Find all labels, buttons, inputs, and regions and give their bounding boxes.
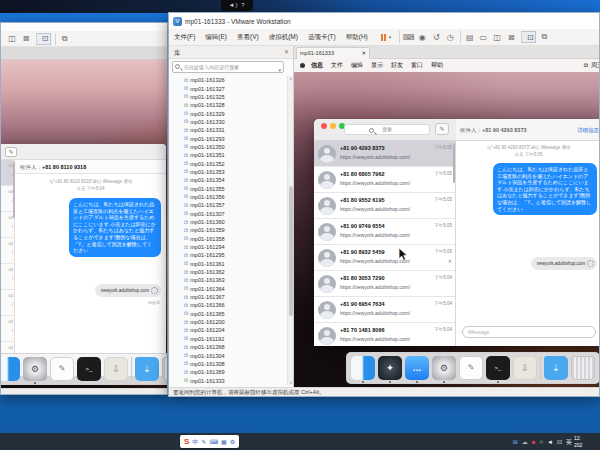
menu-item[interactable]: 帮助(H): [341, 29, 373, 45]
menu-item[interactable]: 编辑(E): [200, 29, 232, 45]
vm-list-item[interactable]: ⊡ mp01-161329: [169, 109, 287, 117]
vm-list-item[interactable]: ⊡ mp01-161204: [169, 326, 287, 334]
downloads-folder-icon[interactable]: ⇣: [135, 357, 159, 381]
vm-list-item[interactable]: ⊡ mp01-161363: [169, 276, 287, 284]
console-view-icon[interactable]: ⊡: [521, 31, 536, 43]
conversation-row[interactable]: 04 /: [1, 316, 14, 342]
toolbox-icon[interactable]: ⚙: [230, 439, 235, 445]
library-search-input[interactable]: 在此处键入内容进行搜索 ▾: [172, 61, 284, 73]
vm-list-item[interactable]: ⊡ mp01-161352: [169, 159, 287, 167]
menubar-clock[interactable]: 周三: [591, 59, 599, 72]
unity-icon[interactable]: ⊠: [505, 31, 517, 43]
textedit-icon[interactable]: ✎: [459, 356, 483, 380]
vm-list-item[interactable]: ⊡ mp01-161367: [169, 293, 287, 301]
system-preferences-icon[interactable]: ⚙: [23, 357, 47, 381]
keyboard-icon[interactable]: ⌨: [209, 439, 218, 445]
layout-icon[interactable]: ▦: [221, 439, 227, 445]
vm-console-screen-left[interactable]: ✎ 05 / 04 / 04: [1, 60, 168, 388]
terminal-icon[interactable]: >_: [77, 357, 101, 381]
vm-list-item[interactable]: ⊡ mp01-161330: [169, 118, 287, 126]
menu-item[interactable]: 文件(F): [169, 29, 200, 45]
trash-icon[interactable]: [571, 356, 595, 380]
messages-icon[interactable]: …: [405, 356, 429, 380]
recorder-icon[interactable]: ■: [532, 439, 536, 445]
vm-list-item[interactable]: ⊡ mp01-161362: [169, 268, 287, 276]
unity-icon[interactable]: ⊠: [20, 33, 32, 45]
vm-list-item[interactable]: ⊡ mp01-161326: [169, 76, 287, 84]
vm-list-item[interactable]: ⊡ mp01-161294: [169, 243, 287, 251]
close-traffic-light[interactable]: [321, 123, 327, 129]
vm-list-item[interactable]: ⊡ mp01-161293: [169, 134, 287, 142]
titlebar[interactable]: [1, 23, 168, 31]
handwriting-icon[interactable]: ✎: [201, 439, 206, 445]
vm-list-item[interactable]: ⊡ mp01-161325: [169, 93, 287, 101]
vm-list-item[interactable]: ⊡ mp01-161361: [169, 260, 287, 268]
conversation-row[interactable]: +81 80 6805 7962 下午5:05 https://newyork.…: [314, 167, 455, 193]
compose-button[interactable]: ✎: [5, 147, 17, 157]
chinese-mode-icon[interactable]: 中: [192, 439, 198, 445]
downloads-folder-icon[interactable]: ⇣: [544, 356, 568, 380]
details-link[interactable]: 详细信息: [577, 119, 599, 141]
vm-list-item[interactable]: ⊡ mp01-161192: [169, 335, 287, 343]
conversation-row[interactable]: 04 /: [1, 290, 14, 316]
pause-button[interactable]: ▾: [379, 33, 394, 42]
conversation-row[interactable]: +81 70 1481 8066 下午5:04 https://newyork.…: [314, 323, 455, 346]
link-preview-bubble[interactable]: newyork.adultishop.com: [531, 257, 597, 270]
compose-button[interactable]: ✎: [435, 123, 449, 135]
system-preferences-icon[interactable]: ⚙: [432, 356, 456, 380]
vm-list-item[interactable]: ⊡ mp01-161365: [169, 310, 287, 318]
conversation-row[interactable]: +81 80 3053 7290 下午5:04 https://newyork.…: [314, 271, 455, 297]
messages-window-left[interactable]: ✎ 05 / 04 / 04: [1, 144, 166, 376]
displays-icon[interactable]: ⧉: [584, 59, 588, 72]
display-icon[interactable]: ⊡: [557, 439, 562, 445]
thumbnail-bar-icon[interactable]: ▭: [477, 31, 489, 43]
menu-item[interactable]: 好友: [387, 59, 407, 72]
vm-list-item[interactable]: ⊡ mp01-161354: [169, 176, 287, 184]
launchpad-icon[interactable]: ✦: [378, 356, 402, 380]
terminal-icon[interactable]: >_: [486, 356, 510, 380]
vm-list-item[interactable]: ⊡ mp01-161369: [169, 368, 287, 376]
vm-list-item[interactable]: ⊡ mp01-161364: [169, 285, 287, 293]
menu-item[interactable]: 编辑: [347, 59, 367, 72]
send-ctrl-alt-del-icon[interactable]: ⌨: [399, 31, 414, 43]
snapshot-manager-icon[interactable]: ⧉: [55, 33, 70, 45]
vmware-window-back[interactable]: ◫ ⊠ ⊡ ⧉ ✎ 05 /: [0, 22, 168, 395]
volume-icon[interactable]: ◄: [547, 439, 553, 445]
titlebar[interactable]: V mp01-161333 - VMware Workstation: [169, 13, 599, 29]
vm-list-item[interactable]: ⊡ mp01-161331: [169, 126, 287, 134]
conversation-row[interactable]: +81 90 9749 6554 下午5:05 https://newyork.…: [314, 219, 455, 245]
chevron-down-icon[interactable]: ▾: [278, 65, 281, 73]
menu-item[interactable]: 查看(V): [232, 29, 264, 45]
vm-list-item[interactable]: ⊡ mp01-161200: [169, 318, 287, 326]
conversation-row[interactable]: +81 90 6954 7634 下午5:04 https://newyork.…: [314, 297, 455, 323]
vm-list-item[interactable]: ⊡ mp01-161351: [169, 151, 287, 159]
search-input[interactable]: 搜索: [344, 124, 430, 135]
vm-list-item[interactable]: ⊡ mp01-161366: [169, 301, 287, 309]
menu-item[interactable]: 窗口: [407, 59, 427, 72]
console-view-icon[interactable]: ⊡: [36, 33, 51, 45]
fullscreen-icon[interactable]: ◫: [491, 31, 503, 43]
take-snapshot-icon[interactable]: ◉: [416, 31, 428, 43]
dock-divider[interactable]: [540, 356, 541, 380]
menu-item[interactable]: 选项卡(T): [303, 29, 341, 45]
library-panel-icon[interactable]: ▤: [460, 31, 475, 43]
vm-list-item[interactable]: ⊡ mp01-161360: [169, 218, 287, 226]
status-circle-icon[interactable]: ○: [539, 439, 543, 445]
menu-item[interactable]: 帮助: [427, 59, 447, 72]
menu-item-app[interactable]: 信息: [307, 59, 327, 72]
menu-item[interactable]: 虚拟机(M): [264, 29, 303, 45]
snapshot-manager-icon[interactable]: ⧉: [538, 31, 550, 43]
sogou-logo[interactable]: S: [184, 438, 189, 446]
vm-list-item[interactable]: ⊡ mp01-161328: [169, 101, 287, 109]
textedit-icon[interactable]: ✎: [50, 357, 74, 381]
vm-list-item[interactable]: ⊡ mp01-161356: [169, 193, 287, 201]
manage-snapshots-icon[interactable]: ◷: [444, 31, 456, 43]
vm-list-item[interactable]: ⊡ mp01-161355: [169, 184, 287, 192]
messages-window-right[interactable]: 搜索 ✎ +81 90 4293 8373 下午5:05 https://new…: [314, 119, 599, 346]
tab-close-icon[interactable]: ✕: [361, 48, 366, 59]
dock-divider[interactable]: [131, 357, 132, 381]
vmware-tray-icon[interactable]: ⊞: [513, 439, 518, 445]
close-icon[interactable]: ✕: [284, 46, 289, 59]
revert-snapshot-icon[interactable]: ↺: [430, 31, 442, 43]
vm-list-item[interactable]: ⊡ mp01-161304: [169, 351, 287, 359]
